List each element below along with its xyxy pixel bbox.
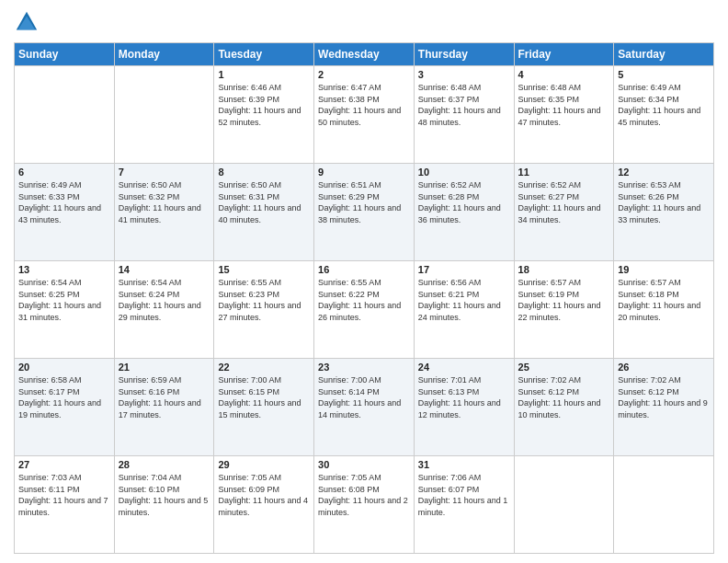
day-number: 6 bbox=[18, 167, 110, 178]
cell-sun-info: Sunrise: 7:00 AMSunset: 6:14 PMDaylight:… bbox=[318, 374, 410, 420]
logo bbox=[14, 9, 43, 35]
cell-sun-info: Sunrise: 7:06 AMSunset: 6:07 PMDaylight:… bbox=[418, 472, 510, 518]
cell-sun-info: Sunrise: 6:52 AMSunset: 6:28 PMDaylight:… bbox=[418, 179, 510, 225]
cell-sun-info: Sunrise: 6:48 AMSunset: 6:35 PMDaylight:… bbox=[518, 82, 610, 128]
cell-sun-info: Sunrise: 7:03 AMSunset: 6:11 PMDaylight:… bbox=[18, 472, 110, 518]
calendar-cell: 4Sunrise: 6:48 AMSunset: 6:35 PMDaylight… bbox=[514, 66, 614, 164]
cell-sun-info: Sunrise: 6:54 AMSunset: 6:25 PMDaylight:… bbox=[18, 277, 110, 323]
day-number: 22 bbox=[218, 362, 310, 373]
logo-icon bbox=[14, 9, 40, 35]
calendar-cell: 12Sunrise: 6:53 AMSunset: 6:26 PMDayligh… bbox=[614, 164, 714, 261]
day-number: 27 bbox=[18, 459, 110, 470]
cell-sun-info: Sunrise: 6:57 AMSunset: 6:18 PMDaylight:… bbox=[618, 277, 710, 323]
cell-sun-info: Sunrise: 6:48 AMSunset: 6:37 PMDaylight:… bbox=[418, 82, 510, 128]
calendar-week-row: 13Sunrise: 6:54 AMSunset: 6:25 PMDayligh… bbox=[15, 261, 714, 359]
calendar-cell: 8Sunrise: 6:50 AMSunset: 6:31 PMDaylight… bbox=[214, 164, 314, 261]
calendar-cell: 16Sunrise: 6:55 AMSunset: 6:22 PMDayligh… bbox=[314, 261, 415, 359]
calendar-cell: 25Sunrise: 7:02 AMSunset: 6:12 PMDayligh… bbox=[514, 359, 614, 456]
page: SundayMondayTuesdayWednesdayThursdayFrid… bbox=[0, 0, 728, 563]
cell-sun-info: Sunrise: 6:59 AMSunset: 6:16 PMDaylight:… bbox=[119, 374, 210, 420]
cell-sun-info: Sunrise: 6:52 AMSunset: 6:27 PMDaylight:… bbox=[518, 179, 610, 225]
cell-sun-info: Sunrise: 6:54 AMSunset: 6:24 PMDaylight:… bbox=[119, 277, 210, 323]
day-number: 23 bbox=[318, 362, 410, 373]
day-number: 25 bbox=[518, 362, 610, 373]
cell-sun-info: Sunrise: 7:01 AMSunset: 6:13 PMDaylight:… bbox=[418, 374, 510, 420]
calendar-cell bbox=[15, 66, 115, 164]
cell-sun-info: Sunrise: 6:55 AMSunset: 6:23 PMDaylight:… bbox=[218, 277, 310, 323]
calendar-cell: 30Sunrise: 7:05 AMSunset: 6:08 PMDayligh… bbox=[314, 456, 415, 554]
calendar-week-row: 1Sunrise: 6:46 AMSunset: 6:39 PMDaylight… bbox=[15, 66, 714, 164]
day-number: 15 bbox=[218, 264, 310, 275]
calendar-cell: 17Sunrise: 6:56 AMSunset: 6:21 PMDayligh… bbox=[414, 261, 514, 359]
calendar-cell: 19Sunrise: 6:57 AMSunset: 6:18 PMDayligh… bbox=[614, 261, 714, 359]
calendar-cell: 22Sunrise: 7:00 AMSunset: 6:15 PMDayligh… bbox=[214, 359, 314, 456]
day-header-saturday: Saturday bbox=[614, 43, 714, 66]
day-number: 26 bbox=[618, 362, 710, 373]
calendar-cell: 15Sunrise: 6:55 AMSunset: 6:23 PMDayligh… bbox=[214, 261, 314, 359]
calendar-week-row: 6Sunrise: 6:49 AMSunset: 6:33 PMDaylight… bbox=[15, 164, 714, 261]
day-number: 10 bbox=[418, 167, 510, 178]
day-number: 12 bbox=[618, 167, 710, 178]
calendar-cell: 29Sunrise: 7:05 AMSunset: 6:09 PMDayligh… bbox=[214, 456, 314, 554]
calendar-cell: 18Sunrise: 6:57 AMSunset: 6:19 PMDayligh… bbox=[514, 261, 614, 359]
calendar-cell bbox=[614, 456, 714, 554]
day-number: 21 bbox=[119, 362, 210, 373]
cell-sun-info: Sunrise: 7:02 AMSunset: 6:12 PMDaylight:… bbox=[518, 374, 610, 420]
calendar-cell: 7Sunrise: 6:50 AMSunset: 6:32 PMDaylight… bbox=[114, 164, 214, 261]
calendar-cell: 27Sunrise: 7:03 AMSunset: 6:11 PMDayligh… bbox=[15, 456, 115, 554]
day-number: 19 bbox=[618, 264, 710, 275]
calendar-cell: 1Sunrise: 6:46 AMSunset: 6:39 PMDaylight… bbox=[214, 66, 314, 164]
cell-sun-info: Sunrise: 6:56 AMSunset: 6:21 PMDaylight:… bbox=[418, 277, 510, 323]
calendar-table: SundayMondayTuesdayWednesdayThursdayFrid… bbox=[14, 42, 714, 554]
calendar-cell: 21Sunrise: 6:59 AMSunset: 6:16 PMDayligh… bbox=[114, 359, 214, 456]
day-number: 1 bbox=[218, 69, 310, 80]
day-number: 17 bbox=[418, 264, 510, 275]
calendar-cell bbox=[514, 456, 614, 554]
day-header-friday: Friday bbox=[514, 43, 614, 66]
day-number: 2 bbox=[318, 69, 410, 80]
day-header-sunday: Sunday bbox=[15, 43, 115, 66]
day-number: 14 bbox=[119, 264, 210, 275]
calendar-cell: 20Sunrise: 6:58 AMSunset: 6:17 PMDayligh… bbox=[15, 359, 115, 456]
day-number: 5 bbox=[618, 69, 710, 80]
day-number: 13 bbox=[18, 264, 110, 275]
calendar-cell: 24Sunrise: 7:01 AMSunset: 6:13 PMDayligh… bbox=[414, 359, 514, 456]
day-number: 24 bbox=[418, 362, 510, 373]
day-number: 7 bbox=[119, 167, 210, 178]
calendar-cell: 11Sunrise: 6:52 AMSunset: 6:27 PMDayligh… bbox=[514, 164, 614, 261]
cell-sun-info: Sunrise: 7:05 AMSunset: 6:08 PMDaylight:… bbox=[318, 472, 410, 518]
cell-sun-info: Sunrise: 6:58 AMSunset: 6:17 PMDaylight:… bbox=[18, 374, 110, 420]
day-header-tuesday: Tuesday bbox=[214, 43, 314, 66]
day-number: 11 bbox=[518, 167, 610, 178]
day-header-thursday: Thursday bbox=[414, 43, 514, 66]
cell-sun-info: Sunrise: 6:50 AMSunset: 6:32 PMDaylight:… bbox=[119, 179, 210, 225]
cell-sun-info: Sunrise: 6:47 AMSunset: 6:38 PMDaylight:… bbox=[318, 82, 410, 128]
header bbox=[14, 9, 714, 35]
day-number: 28 bbox=[119, 459, 210, 470]
calendar-cell bbox=[114, 66, 214, 164]
cell-sun-info: Sunrise: 7:04 AMSunset: 6:10 PMDaylight:… bbox=[119, 472, 210, 518]
cell-sun-info: Sunrise: 6:57 AMSunset: 6:19 PMDaylight:… bbox=[518, 277, 610, 323]
cell-sun-info: Sunrise: 6:51 AMSunset: 6:29 PMDaylight:… bbox=[318, 179, 410, 225]
calendar-cell: 14Sunrise: 6:54 AMSunset: 6:24 PMDayligh… bbox=[114, 261, 214, 359]
cell-sun-info: Sunrise: 7:00 AMSunset: 6:15 PMDaylight:… bbox=[218, 374, 310, 420]
day-number: 18 bbox=[518, 264, 610, 275]
calendar-header-row: SundayMondayTuesdayWednesdayThursdayFrid… bbox=[15, 43, 714, 66]
day-number: 16 bbox=[318, 264, 410, 275]
calendar-cell: 10Sunrise: 6:52 AMSunset: 6:28 PMDayligh… bbox=[414, 164, 514, 261]
cell-sun-info: Sunrise: 6:49 AMSunset: 6:34 PMDaylight:… bbox=[618, 82, 710, 128]
calendar-cell: 26Sunrise: 7:02 AMSunset: 6:12 PMDayligh… bbox=[614, 359, 714, 456]
cell-sun-info: Sunrise: 7:05 AMSunset: 6:09 PMDaylight:… bbox=[218, 472, 310, 518]
day-number: 3 bbox=[418, 69, 510, 80]
cell-sun-info: Sunrise: 7:02 AMSunset: 6:12 PMDaylight:… bbox=[618, 374, 710, 420]
cell-sun-info: Sunrise: 6:46 AMSunset: 6:39 PMDaylight:… bbox=[218, 82, 310, 128]
day-number: 31 bbox=[418, 459, 510, 470]
day-number: 8 bbox=[218, 167, 310, 178]
calendar-cell: 28Sunrise: 7:04 AMSunset: 6:10 PMDayligh… bbox=[114, 456, 214, 554]
day-header-monday: Monday bbox=[114, 43, 214, 66]
calendar-cell: 3Sunrise: 6:48 AMSunset: 6:37 PMDaylight… bbox=[414, 66, 514, 164]
cell-sun-info: Sunrise: 6:53 AMSunset: 6:26 PMDaylight:… bbox=[618, 179, 710, 225]
calendar-week-row: 27Sunrise: 7:03 AMSunset: 6:11 PMDayligh… bbox=[15, 456, 714, 554]
day-number: 20 bbox=[18, 362, 110, 373]
day-number: 4 bbox=[518, 69, 610, 80]
